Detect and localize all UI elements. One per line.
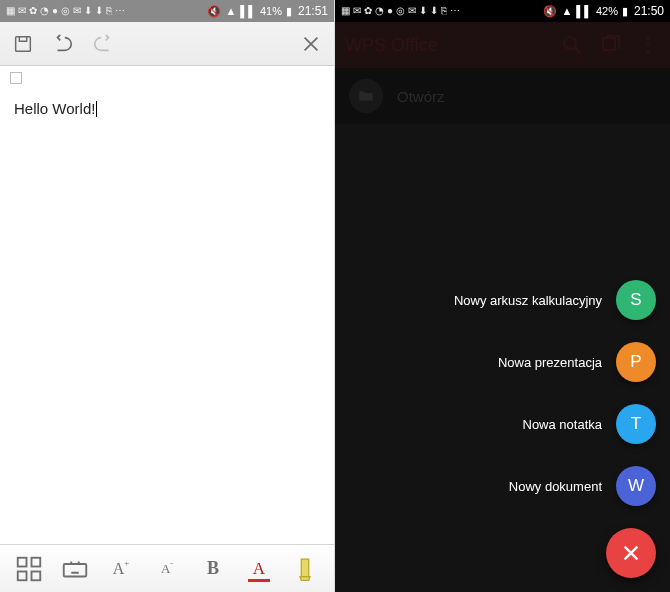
presentation-icon[interactable]: P (616, 342, 656, 382)
document-icon[interactable]: W (616, 466, 656, 506)
svg-rect-0 (16, 36, 31, 51)
font-decrease-button[interactable]: A- (152, 554, 182, 584)
svg-rect-3 (18, 571, 27, 580)
save-icon[interactable] (10, 31, 36, 57)
fab-item-note[interactable]: Nowa notatka T (523, 404, 657, 444)
battery-text: 41% (260, 5, 282, 17)
fab-label: Nowy dokument (509, 479, 602, 494)
status-notif-icons: ▦✉✿◔●◎✉⬇⬇⎘⋯ (6, 6, 125, 16)
text-cursor (96, 101, 97, 117)
mute-icon: 🔇 (543, 5, 557, 18)
note-icon[interactable]: T (616, 404, 656, 444)
svg-rect-5 (64, 564, 87, 577)
spreadsheet-icon[interactable]: S (616, 280, 656, 320)
fab-item-presentation[interactable]: Nowa prezentacja P (498, 342, 656, 382)
signal-icon: ▌▌ (576, 5, 592, 17)
top-toolbar (0, 22, 334, 66)
signal-icon: ▌▌ (240, 5, 256, 17)
undo-icon[interactable] (50, 31, 76, 57)
battery-icon: ▮ (286, 5, 292, 18)
fab-stack: Nowy arkusz kalkulacyjny S Nowa prezenta… (454, 280, 656, 578)
document-text[interactable]: Hello World! (14, 100, 320, 117)
bold-button[interactable]: B (198, 554, 228, 584)
svg-rect-4 (32, 571, 41, 580)
fab-label: Nowa prezentacja (498, 355, 602, 370)
svg-rect-2 (32, 557, 41, 566)
fab-label: Nowy arkusz kalkulacyjny (454, 293, 602, 308)
screen-left-editor: ▦✉✿◔●◎✉⬇⬇⎘⋯ 🔇 ▲ ▌▌ 41% ▮ 21:51 Hello Wor… (0, 0, 335, 592)
doc-corner-icon (10, 72, 22, 84)
svg-rect-1 (18, 557, 27, 566)
fab-close-button[interactable] (606, 528, 656, 578)
font-increase-button[interactable]: A+ (106, 554, 136, 584)
close-icon[interactable] (298, 31, 324, 57)
screen-right-wps: ▦✉✿◔●◎✉⬇⬇⎘⋯ 🔇 ▲ ▌▌ 42% ▮ 21:50 WPS Offic… (335, 0, 670, 592)
status-bar: ▦✉✿◔●◎✉⬇⬇⎘⋯ 🔇 ▲ ▌▌ 41% ▮ 21:51 (0, 0, 334, 22)
battery-icon: ▮ (622, 5, 628, 18)
status-right: 🔇 ▲ ▌▌ 41% ▮ 21:51 (207, 4, 328, 18)
highlight-button[interactable] (290, 554, 320, 584)
fab-label: Nowa notatka (523, 417, 603, 432)
apps-icon[interactable] (14, 554, 44, 584)
fab-item-spreadsheet[interactable]: Nowy arkusz kalkulacyjny S (454, 280, 656, 320)
clock-text: 21:50 (634, 4, 664, 18)
status-bar: ▦✉✿◔●◎✉⬇⬇⎘⋯ 🔇 ▲ ▌▌ 42% ▮ 21:50 (335, 0, 670, 22)
fab-item-document[interactable]: Nowy dokument W (509, 466, 656, 506)
editor-canvas[interactable]: Hello World! (0, 66, 334, 544)
status-notif-icons: ▦✉✿◔●◎✉⬇⬇⎘⋯ (341, 6, 460, 16)
bottom-toolbar: A+ A- B A (0, 544, 334, 592)
font-color-button[interactable]: A (244, 554, 274, 584)
status-right: 🔇 ▲ ▌▌ 42% ▮ 21:50 (543, 4, 664, 18)
mute-icon: 🔇 (207, 5, 221, 18)
wifi-icon: ▲ (561, 5, 572, 17)
clock-text: 21:51 (298, 4, 328, 18)
keyboard-icon[interactable] (60, 554, 90, 584)
wifi-icon: ▲ (225, 5, 236, 17)
battery-text: 42% (596, 5, 618, 17)
redo-icon[interactable] (90, 31, 116, 57)
